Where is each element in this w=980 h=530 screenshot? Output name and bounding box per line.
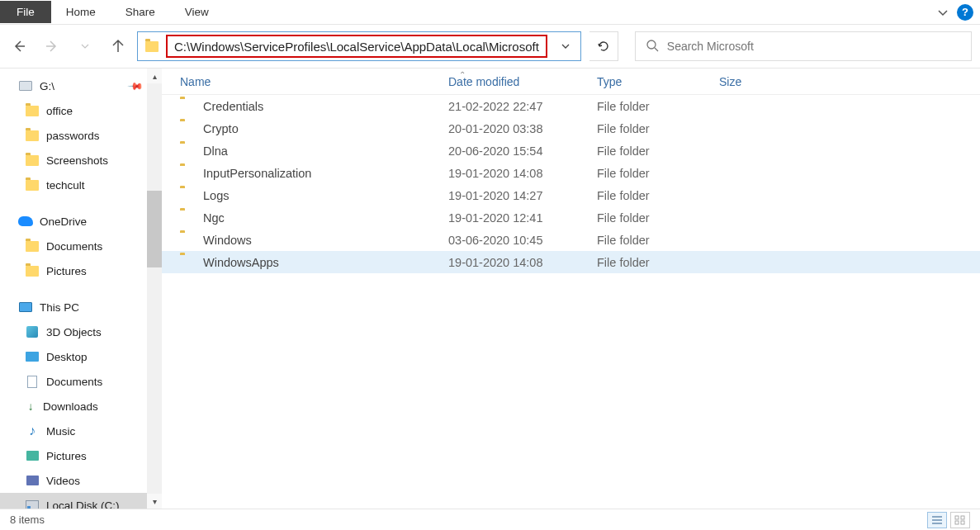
ribbon-collapse-icon[interactable] <box>934 3 952 21</box>
tree-item-desktop[interactable]: Desktop <box>0 344 162 369</box>
forward-button[interactable] <box>45 39 59 54</box>
tree-item-documents[interactable]: Documents <box>0 369 162 394</box>
documents-icon <box>25 374 40 389</box>
file-date: 20-01-2020 03:38 <box>448 122 597 135</box>
tree-item-onedrive-pictures[interactable]: Pictures <box>0 258 162 283</box>
file-row[interactable]: Credentials21-02-2022 22:47File folder <box>162 95 980 117</box>
file-name: Ngc <box>203 211 225 225</box>
status-bar: 8 items <box>0 509 980 530</box>
svg-rect-5 <box>955 516 959 519</box>
tree-label: This PC <box>40 301 79 314</box>
thispc-icon <box>18 300 33 315</box>
file-type: File folder <box>597 256 719 269</box>
tree-item-thispc[interactable]: This PC <box>0 295 162 319</box>
tree-label: Documents <box>46 240 102 253</box>
folder-icon <box>25 263 40 278</box>
folder-icon <box>25 239 40 253</box>
tree-item-videos[interactable]: Videos <box>0 468 162 493</box>
tree-label: techcult <box>46 179 85 192</box>
tab-home[interactable]: Home <box>51 1 111 23</box>
tree-label: 3D Objects <box>46 326 102 338</box>
file-date: 19-01-2020 14:08 <box>448 167 597 180</box>
file-row[interactable]: Crypto20-01-2020 03:38File folder <box>162 117 980 140</box>
folder-icon <box>180 99 195 114</box>
file-row[interactable]: Ngc19-01-2020 12:41File folder <box>162 206 980 229</box>
address-bar[interactable]: C:\Windows\ServiceProfiles\LocalService\… <box>137 31 581 61</box>
file-date: 19-01-2020 14:27 <box>448 189 597 202</box>
file-row[interactable]: Dlna20-06-2020 15:54File folder <box>162 140 980 162</box>
ribbon-tabs: File Home Share View ? <box>0 0 980 25</box>
help-icon[interactable]: ? <box>957 4 973 21</box>
file-type: File folder <box>597 100 719 113</box>
recent-dropdown-icon[interactable] <box>78 39 92 54</box>
tree-item-office[interactable]: office <box>0 98 162 123</box>
folder-icon <box>25 103 40 118</box>
tab-file[interactable]: File <box>0 1 51 23</box>
tree-item-localdisk[interactable]: Local Disk (C:) <box>0 493 162 509</box>
desktop-icon <box>25 349 40 364</box>
tree-item-passwords[interactable]: passwords <box>0 123 162 148</box>
search-icon <box>646 39 659 54</box>
folder-icon <box>180 255 195 270</box>
file-row[interactable]: Logs19-01-2020 14:27File folder <box>162 184 980 206</box>
file-name: InputPersonalization <box>203 167 311 180</box>
search-input[interactable] <box>667 40 961 53</box>
scroll-thumb[interactable] <box>147 191 162 267</box>
file-type: File folder <box>597 189 719 202</box>
tree-label: Documents <box>46 376 102 388</box>
folder-icon <box>180 188 195 203</box>
tree-label: Local Disk (C:) <box>46 499 120 509</box>
tree-scrollbar[interactable]: ▴ ▾ <box>147 69 162 509</box>
tab-view[interactable]: View <box>170 1 224 23</box>
column-headers: Name Date modified Type Size <box>162 69 980 95</box>
file-date: 19-01-2020 12:41 <box>448 211 597 225</box>
tree-item-music[interactable]: ♪ Music <box>0 419 162 443</box>
file-name: Logs <box>203 189 229 202</box>
sort-indicator-icon: ⌃ <box>459 70 466 79</box>
tree-item-downloads[interactable]: ↓ Downloads <box>0 394 162 419</box>
address-history-dropdown[interactable] <box>551 41 580 51</box>
file-name: Crypto <box>203 122 239 135</box>
scroll-down-icon[interactable]: ▾ <box>147 494 162 509</box>
svg-rect-7 <box>955 521 959 524</box>
onedrive-icon <box>18 214 33 229</box>
back-button[interactable] <box>12 39 26 54</box>
folder-icon <box>180 121 195 136</box>
search-box[interactable] <box>635 31 972 61</box>
tree-item-onedrive[interactable]: OneDrive <box>0 209 162 234</box>
column-size[interactable]: Size <box>719 75 802 88</box>
address-path-input[interactable]: C:\Windows\ServiceProfiles\LocalService\… <box>166 35 547 58</box>
file-list-pane: ⌃ Name Date modified Type Size Credentia… <box>162 69 980 509</box>
tree-label: OneDrive <box>40 215 87 228</box>
tree-item-techcult[interactable]: techcult <box>0 173 162 197</box>
tree-label: Pictures <box>46 265 87 277</box>
tree-item-onedrive-documents[interactable]: Documents <box>0 234 162 258</box>
pictures-icon <box>25 448 40 463</box>
view-icons-button[interactable] <box>950 512 970 528</box>
file-date: 20-06-2020 15:54 <box>448 144 597 158</box>
folder-icon <box>180 144 195 159</box>
tree-item-gdrive[interactable]: G:\ 📌 <box>0 73 162 98</box>
column-type[interactable]: Type <box>597 75 719 88</box>
refresh-button[interactable] <box>589 31 618 61</box>
view-details-button[interactable] <box>927 512 947 528</box>
column-date[interactable]: Date modified <box>448 75 597 88</box>
file-row[interactable]: WindowsApps19-01-2020 14:08File folder <box>162 251 980 273</box>
tree-item-3dobjects[interactable]: 3D Objects <box>0 319 162 344</box>
svg-line-1 <box>655 48 658 51</box>
file-row[interactable]: Windows03-06-2020 10:45File folder <box>162 229 980 251</box>
file-type: File folder <box>597 211 719 225</box>
file-type: File folder <box>597 144 719 158</box>
file-row[interactable]: InputPersonalization19-01-2020 14:08File… <box>162 162 980 184</box>
column-name[interactable]: Name <box>180 75 448 88</box>
tab-share[interactable]: Share <box>111 1 170 23</box>
tree-item-pictures[interactable]: Pictures <box>0 443 162 468</box>
file-type: File folder <box>597 122 719 135</box>
scroll-up-icon[interactable]: ▴ <box>147 69 162 83</box>
file-rows: Credentials21-02-2022 22:47File folderCr… <box>162 95 980 273</box>
svg-rect-6 <box>961 516 964 519</box>
tree-item-screenshots[interactable]: Screenshots <box>0 148 162 173</box>
file-date: 21-02-2022 22:47 <box>448 100 597 113</box>
objects3d-icon <box>25 324 40 339</box>
up-button[interactable] <box>111 39 125 54</box>
